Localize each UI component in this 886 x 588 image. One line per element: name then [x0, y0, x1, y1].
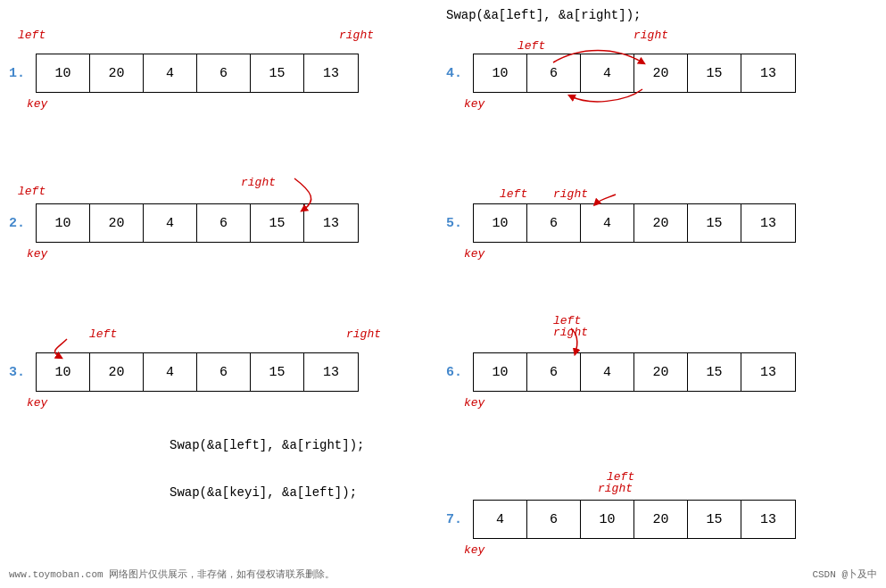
step5-right-label: right	[553, 186, 588, 202]
main-container: left right 1. 10 20 4 6 15 13 key left r…	[0, 0, 886, 588]
step1-array: 10 20 4 6 15 13	[36, 54, 359, 93]
step3-left-label: left	[89, 326, 117, 342]
step7-right-label: right	[598, 480, 633, 496]
step4-right-label: right	[633, 27, 668, 43]
step3-number: 3.	[9, 365, 29, 380]
step1-left-label: left	[18, 27, 46, 43]
step4-array: 10 6 4 20 15 13	[473, 54, 796, 93]
footer-left: www.toymoban.com 网络图片仅供展示，非存储，如有侵权请联系删除。	[9, 567, 335, 581]
step1-key-label: key	[27, 95, 47, 112]
step6-right-label: right	[553, 324, 588, 340]
step2-array: 10 20 4 6 15 13	[36, 203, 359, 243]
step1-row: 1. 10 20 4 6 15 13	[9, 54, 359, 93]
step7-key-label: key	[464, 542, 484, 558]
step3-array: 10 20 4 6 15 13	[36, 352, 359, 392]
step2-left-label: left	[18, 183, 46, 199]
step7-row: 7. 4 6 10 20 15 13	[446, 500, 796, 539]
step6-row: 6. 10 6 4 20 15 13	[446, 352, 796, 392]
step6-number: 6.	[446, 365, 466, 380]
swap1-top-label: Swap(&a[left], &a[right]);	[446, 7, 641, 23]
step3-key-label: key	[27, 394, 47, 410]
step3-right-label: right	[346, 326, 381, 342]
step2-number: 2.	[9, 216, 29, 231]
step2-right-label: right	[241, 174, 276, 190]
step6-array: 10 6 4 20 15 13	[473, 352, 796, 392]
step5-left-label: left	[500, 186, 527, 202]
step1-number: 1.	[9, 66, 29, 81]
step2-key-label: key	[27, 245, 47, 261]
step4-key-label: key	[464, 95, 484, 112]
step4-left-label: left	[518, 37, 545, 54]
step7-array: 4 6 10 20 15 13	[473, 500, 796, 539]
step5-array: 10 6 4 20 15 13	[473, 203, 796, 243]
step3-row: 3. 10 20 4 6 15 13	[9, 352, 359, 392]
step4-number: 4.	[446, 66, 466, 81]
swap1-label: Swap(&a[left], &a[right]);	[170, 437, 364, 453]
step5-number: 5.	[446, 216, 466, 231]
step5-row: 5. 10 6 4 20 15 13	[446, 203, 796, 243]
step1-right-label: right	[339, 27, 374, 43]
step5-key-label: key	[464, 245, 484, 261]
step4-row: 4. 10 6 4 20 15 13	[446, 54, 796, 93]
step6-key-label: key	[464, 394, 484, 410]
step7-number: 7.	[446, 512, 466, 527]
step2-row: 2. 10 20 4 6 15 13	[9, 203, 359, 243]
swap2-label: Swap(&a[keyi], &a[left]);	[170, 484, 357, 501]
footer-right: CSDN @卜及中	[812, 567, 877, 581]
